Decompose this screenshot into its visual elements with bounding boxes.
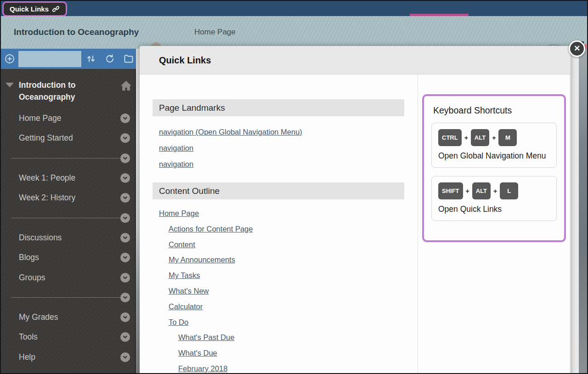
outline-list-item: Calculator [159,299,418,315]
shortcut-description: Open Quick Links [438,204,550,215]
shortcut-keys: CTRL+ALT+M [438,129,550,146]
outline-link[interactable]: My Tasks [169,271,200,279]
sidebar-item-week-2-history[interactable]: Week 2: History [1,188,135,208]
course-menu-sidebar: Introduction to Oceanography Home PageGe… [1,69,136,374]
sidebar-item-label: Getting Started [19,133,73,143]
sidebar-item-getting-started[interactable]: Getting Started [1,128,135,148]
sidebar-divider [1,148,135,168]
landmark-link[interactable]: navigation [159,144,193,152]
quick-links-button[interactable]: Quick Links [2,1,67,17]
shortcut-card: CTRL+ALT+MOpen Global Navigation Menu [431,123,557,168]
keycap-alt: ALT [471,129,489,146]
add-icon[interactable] [4,53,15,64]
outline-link[interactable]: My Announcements [169,255,235,264]
chevron-down-icon[interactable] [120,133,130,143]
outline-list-item: Actions for Content Page [159,221,418,237]
chevron-down-icon[interactable] [120,153,130,163]
sidebar-divider [1,288,135,307]
modal-scrollbar-track[interactable] [570,74,571,374]
modal-header: Quick Links [140,46,571,74]
chevron-down-icon[interactable] [120,293,130,302]
chevron-down-icon[interactable] [120,193,130,203]
divider-line [11,158,123,159]
sidebar-item-help[interactable]: Help [1,347,135,367]
sort-icon[interactable] [85,53,96,64]
sidebar-item-home-page[interactable]: Home Page [1,108,135,128]
link-icon [52,5,60,13]
outline-link[interactable]: Calculator [169,302,203,311]
course-header-title: Introduction to Oceanography [14,16,139,48]
outline-list-item: February 2018 [159,361,418,374]
refresh-icon[interactable] [104,53,115,64]
sidebar-item-blogs[interactable]: Blogs [1,248,135,267]
page-landmarks-heading: Page Landmarks [153,99,404,116]
sidebar-search-box[interactable] [18,51,81,67]
sidebar-item-tools[interactable]: Tools [1,327,135,347]
quick-links-modal: Quick Links ✕ Page Landmarks navigation … [140,46,571,374]
sidebar-item-groups[interactable]: Groups [1,267,135,287]
chevron-down-icon[interactable] [120,173,130,183]
chevron-down-icon[interactable] [120,233,130,243]
outline-link[interactable]: What's Due [178,349,217,357]
sidebar-item-label: Groups [19,273,45,283]
sidebar-item-week-1-people[interactable]: Week 1: People [1,168,135,188]
course-header: Introduction to Oceanography Home Page [1,16,587,49]
outline-list-item: Content [159,237,418,253]
sidebar-course-title[interactable]: Introduction to Oceanography [19,79,106,103]
sidebar-item-label: Blogs [19,253,39,262]
content-outline-heading: Content Outline [153,182,404,199]
sidebar-item-label: Home Page [19,113,61,123]
chevron-down-icon[interactable] [120,352,130,362]
outline-list-item: What's Due [159,346,418,361]
keycap-m: M [498,129,517,146]
landmark-link[interactable]: navigation [159,160,193,168]
page-background-left [136,49,140,374]
outline-link[interactable]: To Do [169,318,188,326]
keycap-alt: ALT [472,182,491,199]
outline-link[interactable]: What's Past Due [178,333,234,341]
landmark-list-item: navigation [159,156,418,172]
chevron-down-icon[interactable] [120,273,130,283]
outline-link[interactable]: Content [169,240,195,249]
landmark-link[interactable]: navigation (Open Global Navigation Menu) [159,128,302,136]
chevron-down-icon[interactable] [120,332,130,342]
chevron-down-icon[interactable] [120,113,130,123]
sidebar-divider [1,208,135,227]
close-icon[interactable]: ✕ [569,40,585,57]
caret-down-icon[interactable] [6,83,14,87]
outline-list-item: My Tasks [159,268,418,283]
sidebar-item-label: My Grades [19,312,58,322]
plus-separator: + [464,134,468,142]
shortcut-cards: CTRL+ALT+MOpen Global Navigation MenuSHI… [431,123,557,221]
page-background-right [579,49,588,374]
modal-title: Quick Links [159,46,211,74]
folder-icon[interactable] [123,53,134,64]
landmark-list: navigation (Open Global Navigation Menu)… [159,124,418,172]
outline-list-item: My Announcements [159,252,418,268]
chevron-down-icon[interactable] [120,253,130,262]
sidebar-item-discussions[interactable]: Discussions [1,228,135,248]
chevron-down-icon[interactable] [120,312,130,322]
sidebar-item-label: Help [19,352,35,362]
outline-link[interactable]: Home Page [159,209,199,217]
top-bar: Quick Links [1,1,587,16]
quick-links-label: Quick Links [10,5,49,13]
home-icon[interactable] [120,80,132,91]
outline-list-item: What's Past Due [159,330,418,346]
chevron-down-icon[interactable] [120,213,130,223]
modal-right-column: Keyboard Shortcuts CTRL+ALT+MOpen Global… [418,74,571,374]
landmark-list-item: navigation [159,140,418,156]
sidebar-item-label: Week 1: People [19,173,75,183]
outline-link[interactable]: What's New [169,287,209,295]
keyboard-shortcuts-heading: Keyboard Shortcuts [433,105,557,116]
outline-link[interactable]: February 2018 [178,364,227,373]
keycap-l: L [500,182,518,199]
shortcut-description: Open Global Navigation Menu [438,150,550,162]
plus-separator: + [493,187,497,195]
shortcut-keys: SHIFT+ALT+L [438,182,550,199]
shortcut-card: SHIFT+ALT+LOpen Quick Links [431,176,557,221]
plus-separator: + [466,187,469,195]
outline-link[interactable]: Actions for Content Page [169,225,253,233]
screen: Quick Links Introduction to Oceanography… [0,0,588,374]
sidebar-item-my-grades[interactable]: My Grades [1,307,135,327]
